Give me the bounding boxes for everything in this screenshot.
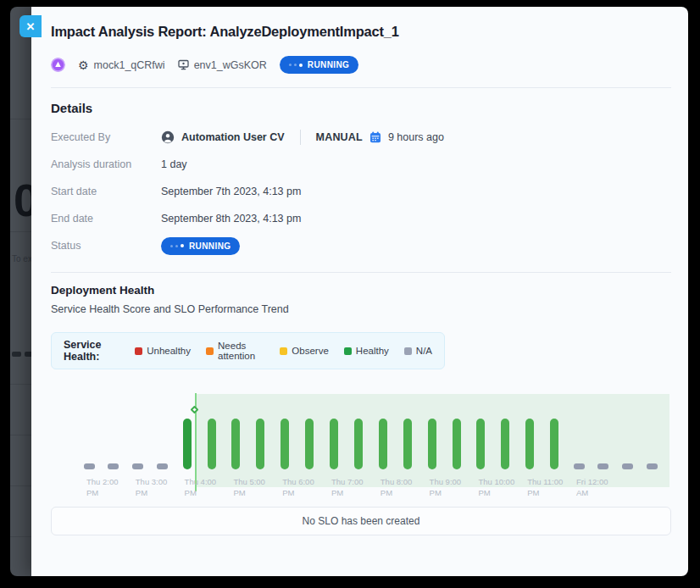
health-bar-na[interactable]: [157, 463, 168, 469]
health-bar-healthy[interactable]: [281, 419, 289, 469]
calendar-icon: [369, 131, 381, 143]
detail-value: September 8th 2023, 4:13 pm: [161, 213, 301, 225]
x-axis-tick-label: Thu 2:00PM: [86, 477, 119, 499]
x-axis-tick-label: Thu 8:00PM: [381, 477, 413, 499]
detail-row-executed-by: Executed By Automation User CV MANUAL: [51, 128, 671, 147]
detail-row-status: Status RUNNING: [51, 236, 671, 255]
x-axis-tick-label: Thu 10:00PM: [478, 477, 514, 499]
running-spinner-icon: [289, 64, 303, 67]
deployment-health-heading: Deployment Health: [51, 284, 671, 297]
drawer-header: Impact Analysis Report: AnalyzeDeploymen…: [31, 7, 688, 87]
x-axis-tick-label: Thu 11:00PM: [527, 477, 563, 499]
user-avatar-icon: [161, 130, 175, 144]
legend-swatch-icon: [404, 347, 412, 355]
x-axis-tick-label: Fri 12:00AM: [576, 477, 608, 499]
health-bar-na[interactable]: [84, 463, 95, 469]
legend-swatch-icon: [280, 347, 287, 355]
legend-swatch-icon: [206, 347, 214, 355]
x-axis-tick-label: Thu 5:00PM: [233, 477, 265, 499]
legend-label: Needs attention: [218, 341, 264, 361]
legend-item: Observe: [280, 346, 328, 356]
legend-swatch-icon: [135, 347, 142, 355]
vertical-separator: [300, 130, 301, 145]
impact-analysis-report-drawer: Impact Analysis Report: AnalyzeDeploymen…: [31, 7, 688, 576]
health-bar-healthy[interactable]: [501, 419, 509, 469]
detail-value: September 7th 2023, 4:13 pm: [161, 186, 301, 197]
close-button[interactable]: ✕: [19, 15, 42, 37]
legend-label: N/A: [416, 346, 432, 356]
health-bar-healthy[interactable]: [476, 419, 485, 469]
health-bar-healthy[interactable]: [231, 419, 240, 469]
legend-item: N/A: [404, 346, 432, 356]
health-bar-na[interactable]: [574, 463, 585, 469]
health-bar-na[interactable]: [132, 463, 143, 469]
report-meta-row: ⚙ mock1_qCRfwi env1_wGsKOR: [51, 56, 671, 87]
x-axis-tick-label: Thu 6:00PM: [282, 477, 314, 499]
x-axis-tick-label: Thu 7:00PM: [331, 477, 364, 499]
health-bar-healthy[interactable]: [354, 419, 363, 469]
running-status-badge: RUNNING: [280, 56, 358, 74]
detail-label: Status: [51, 240, 161, 252]
health-bar-na[interactable]: [108, 463, 119, 469]
service-health-legend: Service Health: UnhealthyNeeds attention…: [51, 332, 445, 369]
gear-icon: ⚙: [78, 59, 89, 71]
detail-label: End date: [51, 213, 161, 225]
executed-time: 9 hours ago: [388, 131, 444, 143]
background-divider: [10, 536, 31, 537]
running-status-label: RUNNING: [308, 60, 349, 69]
page-title: Impact Analysis Report: AnalyzeDeploymen…: [51, 24, 671, 40]
running-spinner-icon: [170, 244, 184, 247]
deployment-health-subtitle: Service Health Score and SLO Performance…: [51, 303, 671, 315]
detail-value: Automation User CV MANUAL: [161, 130, 444, 145]
background-clipped-text: To exp: [12, 254, 31, 263]
health-bar-na[interactable]: [647, 463, 658, 469]
health-bar-healthy[interactable]: [183, 419, 192, 469]
legend-item: Healthy: [344, 346, 389, 356]
legend-item: Unhealthy: [135, 346, 191, 356]
health-bar-healthy[interactable]: [330, 419, 338, 469]
x-axis-tick-label: Thu 4:00PM: [185, 477, 217, 499]
health-bar-healthy[interactable]: [403, 419, 412, 469]
dimmed-background-page: 0 To exp: [10, 7, 31, 576]
deployment-health-section: Deployment Health Service Health Score a…: [31, 273, 688, 535]
environment-name: env1_wGsKOR: [194, 59, 267, 71]
health-bar-healthy[interactable]: [453, 419, 461, 469]
detail-label: Analysis duration: [51, 158, 161, 170]
health-bar-healthy[interactable]: [256, 419, 264, 469]
trigger-type: MANUAL: [316, 131, 363, 143]
environment-ref[interactable]: env1_wGsKOR: [178, 59, 267, 71]
background-bar-stub: [12, 352, 21, 357]
detail-row-end-date: End date September 8th 2023, 4:13 pm: [51, 209, 671, 228]
health-bar-healthy[interactable]: [550, 419, 558, 469]
legend-label: Healthy: [356, 346, 389, 356]
running-status-badge: RUNNING: [161, 237, 240, 255]
health-bar-healthy[interactable]: [379, 419, 387, 469]
legend-label: Unhealthy: [147, 346, 191, 356]
background-big-number: 0: [14, 174, 31, 226]
health-bar-na[interactable]: [622, 463, 633, 469]
background-bar-stub: [25, 352, 31, 357]
health-bar-healthy[interactable]: [525, 419, 534, 469]
health-bar-healthy[interactable]: [428, 419, 436, 469]
automation-ref[interactable]: ⚙ mock1_qCRfwi: [78, 59, 165, 71]
health-bar-healthy[interactable]: [208, 419, 216, 469]
background-divider: [10, 231, 31, 232]
automation-name: mock1_qCRfwi: [94, 59, 165, 71]
detail-label: Executed By: [51, 131, 161, 143]
detail-row-analysis-duration: Analysis duration 1 day: [51, 155, 671, 174]
detail-row-start-date: Start date September 7th 2023, 4:13 pm: [51, 182, 671, 201]
app-page: 0 To exp Impact Analysis Report: Analyze…: [10, 7, 688, 576]
background-divider: [10, 435, 31, 435]
health-bar-na[interactable]: [597, 463, 608, 469]
service-health-chart[interactable]: Thu 2:00PMThu 3:00PMThu 4:00PMThu 5:00PM…: [51, 389, 671, 499]
legend-item: Needs attention: [206, 341, 264, 361]
x-axis-tick-label: Thu 9:00PM: [430, 477, 462, 499]
detail-label: Start date: [51, 186, 161, 197]
running-status-label: RUNNING: [189, 241, 231, 251]
legend-swatch-icon: [344, 347, 352, 355]
health-bar-healthy[interactable]: [305, 419, 314, 469]
legend-label: Observe: [292, 346, 328, 356]
background-divider: [10, 119, 31, 119]
details-heading: Details: [51, 101, 671, 115]
legend-title: Service Health:: [64, 339, 119, 363]
